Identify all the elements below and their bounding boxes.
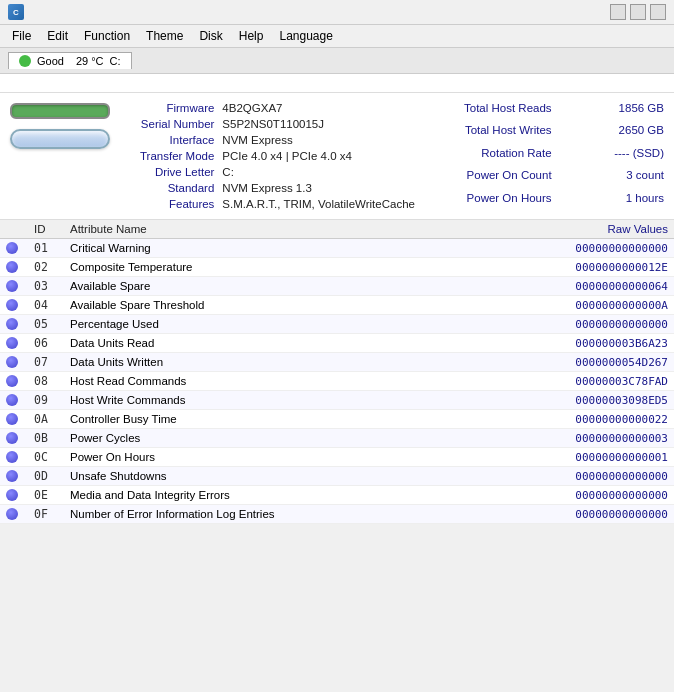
row-id: 02 (28, 258, 64, 277)
total-host-reads-key: Total Host Reads (464, 101, 556, 121)
row-attr-name: Unsafe Shutdowns (64, 467, 524, 486)
row-attr-name: Power Cycles (64, 429, 524, 448)
menu-disk[interactable]: Disk (191, 27, 230, 45)
table-row: 06 Data Units Read 000000003B6A23 (0, 334, 674, 353)
rotation-rate-key: Rotation Rate (464, 146, 556, 166)
row-status-icon (6, 242, 18, 254)
row-status-icon (6, 451, 18, 463)
total-host-writes-key: Total Host Writes (464, 123, 556, 143)
col-id: ID (28, 220, 64, 239)
temperature-badge (10, 129, 110, 149)
main-content: Firmware 4B2QGXA7 Serial Number S5P2NS0T… (0, 74, 674, 524)
row-status-icon (6, 394, 18, 406)
minimize-button[interactable] (610, 4, 626, 20)
row-icon-cell (0, 467, 28, 486)
row-attr-name: Controller Busy Time (64, 410, 524, 429)
row-raw-value: 00000000000000 (524, 467, 674, 486)
app-icon: C (8, 4, 24, 20)
standard-val: NVM Express 1.3 (222, 181, 464, 195)
row-id: 0F (28, 505, 64, 524)
row-icon-cell (0, 448, 28, 467)
row-icon-cell (0, 277, 28, 296)
info-section: Firmware 4B2QGXA7 Serial Number S5P2NS0T… (0, 93, 674, 220)
row-icon-cell (0, 486, 28, 505)
drive-tab-temp: 29 °C (76, 55, 104, 67)
menu-theme[interactable]: Theme (138, 27, 191, 45)
col-icon (0, 220, 28, 239)
table-row: 0E Media and Data Integrity Errors 00000… (0, 486, 674, 505)
menu-help[interactable]: Help (231, 27, 272, 45)
row-icon-cell (0, 258, 28, 277)
row-status-icon (6, 413, 18, 425)
total-host-writes-val: 2650 GB (560, 123, 664, 143)
row-raw-value: 00000000000001 (524, 448, 674, 467)
table-row: 0B Power Cycles 00000000000003 (0, 429, 674, 448)
row-icon-cell (0, 391, 28, 410)
row-status-icon (6, 356, 18, 368)
serial-key: Serial Number (140, 117, 218, 131)
row-attr-name: Percentage Used (64, 315, 524, 334)
close-button[interactable] (650, 4, 666, 20)
row-icon-cell (0, 410, 28, 429)
row-raw-value: 0000000054D267 (524, 353, 674, 372)
row-attr-name: Available Spare Threshold (64, 296, 524, 315)
row-attr-name: Composite Temperature (64, 258, 524, 277)
table-row: 03 Available Spare 00000000000064 (0, 277, 674, 296)
row-id: 03 (28, 277, 64, 296)
row-icon-cell (0, 372, 28, 391)
firmware-key: Firmware (140, 101, 218, 115)
features-val: S.M.A.R.T., TRIM, VolatileWriteCache (222, 197, 464, 211)
row-id: 07 (28, 353, 64, 372)
maximize-button[interactable] (630, 4, 646, 20)
table-header-row: ID Attribute Name Raw Values (0, 220, 674, 239)
row-status-icon (6, 470, 18, 482)
menu-file[interactable]: File (4, 27, 39, 45)
row-id: 0B (28, 429, 64, 448)
table-row: 0A Controller Busy Time 00000000000022 (0, 410, 674, 429)
serial-val: S5P2NS0T110015J (222, 117, 464, 131)
features-key: Features (140, 197, 218, 211)
row-id: 0D (28, 467, 64, 486)
row-id: 0A (28, 410, 64, 429)
row-id: 0E (28, 486, 64, 505)
rotation-rate-val: ---- (SSD) (560, 146, 664, 166)
health-badge (10, 103, 110, 119)
table-row: 02 Composite Temperature 0000000000012E (0, 258, 674, 277)
row-attr-name: Media and Data Integrity Errors (64, 486, 524, 505)
interface-val: NVM Express (222, 133, 464, 147)
row-id: 01 (28, 239, 64, 258)
table-row: 01 Critical Warning 00000000000000 (0, 239, 674, 258)
row-icon-cell (0, 353, 28, 372)
row-icon-cell (0, 505, 28, 524)
standard-key: Standard (140, 181, 218, 195)
menu-language[interactable]: Language (271, 27, 340, 45)
interface-key: Interface (140, 133, 218, 147)
row-raw-value: 00000003C78FAD (524, 372, 674, 391)
menu-edit[interactable]: Edit (39, 27, 76, 45)
row-raw-value: 00000000000064 (524, 277, 674, 296)
row-id: 05 (28, 315, 64, 334)
row-id: 09 (28, 391, 64, 410)
row-raw-value: 00000000000022 (524, 410, 674, 429)
table-row: 07 Data Units Written 0000000054D267 (0, 353, 674, 372)
row-attr-name: Number of Error Information Log Entries (64, 505, 524, 524)
attribute-table: ID Attribute Name Raw Values 01 Critical… (0, 220, 674, 524)
table-row: 08 Host Read Commands 00000003C78FAD (0, 372, 674, 391)
title-bar-controls (610, 4, 666, 20)
row-attr-name: Host Read Commands (64, 372, 524, 391)
table-row: 09 Host Write Commands 00000003098ED5 (0, 391, 674, 410)
title-bar: C (0, 0, 674, 25)
center-info: Firmware 4B2QGXA7 Serial Number S5P2NS0T… (140, 101, 464, 211)
firmware-val: 4B2QGXA7 (222, 101, 464, 115)
total-host-reads-val: 1856 GB (560, 101, 664, 121)
table-row: 0F Number of Error Information Log Entri… (0, 505, 674, 524)
row-id: 06 (28, 334, 64, 353)
row-status-icon (6, 299, 18, 311)
power-on-hours-key: Power On Hours (464, 191, 556, 211)
drive-tab[interactable]: Good 29 °C C: (8, 52, 132, 69)
menu-function[interactable]: Function (76, 27, 138, 45)
row-status-icon (6, 261, 18, 273)
table-row: 0C Power On Hours 00000000000001 (0, 448, 674, 467)
row-status-icon (6, 508, 18, 520)
drive-tab-area: Good 29 °C C: (0, 48, 674, 74)
